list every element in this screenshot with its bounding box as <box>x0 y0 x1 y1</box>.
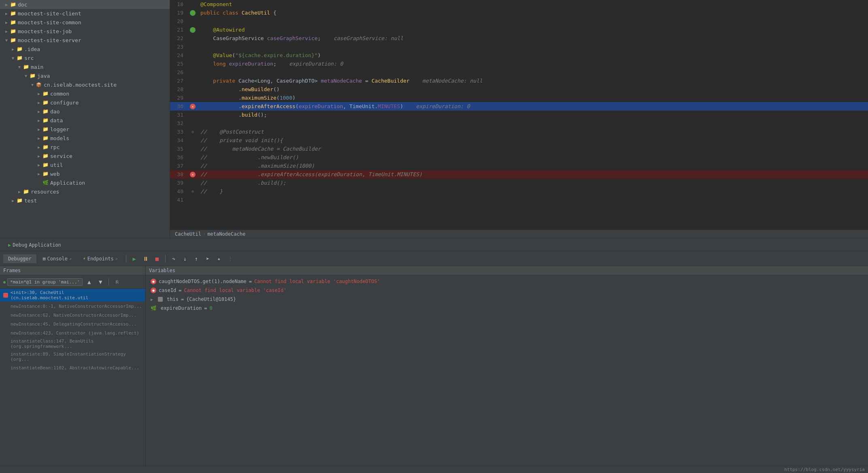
folder-icon-test <box>16 197 23 204</box>
code-editor[interactable]: 18 @Component 19 🌿 public class CacheUti… <box>170 0 868 230</box>
frame-item-newinstance2[interactable]: newInstance:62, NativeConstructorAccesso… <box>0 311 145 320</box>
sidebar-item-main[interactable]: main <box>0 62 170 71</box>
sidebar-item-idea[interactable]: 📁 .idea <box>0 45 170 53</box>
debug-panel: ▶ Debug Application Debugger ▤ Console ↗… <box>0 238 868 473</box>
copy-stack-btn[interactable]: ⎘ <box>112 277 122 287</box>
breadcrumb-field[interactable]: metaNodeCache <box>207 231 245 237</box>
sidebar-item-src[interactable]: src <box>0 53 170 62</box>
frame-label-ni1: newInstance:0:-1, NativeConstructorAcces… <box>11 304 142 309</box>
sidebar-item-util[interactable]: util <box>0 160 170 169</box>
sidebar-item-service[interactable]: service <box>0 151 170 160</box>
fold-icon-40[interactable]: ⊕ <box>191 189 194 194</box>
gutter-bean-21: 🌿 <box>190 27 196 33</box>
sidebar-label-configure: configure <box>50 100 79 106</box>
var-name-4: expireDuration <box>161 305 202 311</box>
var-expand-icon-3: ▶ <box>151 297 155 302</box>
folder-icon-rpc <box>42 144 49 150</box>
pause-btn[interactable]: ⏸ <box>141 254 151 264</box>
sidebar-item-data[interactable]: data <box>0 116 170 125</box>
sidebar-item-rpc[interactable]: rpc <box>0 143 170 151</box>
tree-arrow-common-pkg <box>36 90 42 97</box>
frame-item-instantiate[interactable]: instantiate:89, SimpleInstantiationStrat… <box>0 350 145 363</box>
thread-down-btn[interactable]: ▼ <box>96 277 105 287</box>
sidebar-item-server[interactable]: mooctest-site-server <box>0 36 170 45</box>
tree-arrow-src <box>10 55 16 61</box>
debug-toolbar: Debugger ▤ Console ↗ ⚡ Endpoints ↗ ▶ ⏸ ■… <box>0 251 868 266</box>
tree-arrow-common <box>3 19 10 26</box>
frame-item-newinstance3[interactable]: newInstance:45, DelegatingConstructorAcc… <box>0 320 145 328</box>
package-icon: 📦 <box>36 81 42 88</box>
sidebar-item-dao[interactable]: dao <box>0 107 170 116</box>
console-link-icon: ↗ <box>69 256 72 261</box>
line-num-20: 20 <box>170 18 188 24</box>
code-line-32: 32 <box>170 119 868 128</box>
var-equals-1: = <box>249 279 252 284</box>
error-icon-30: ✕ <box>190 104 196 109</box>
tab-debugger[interactable]: Debugger <box>3 254 36 263</box>
sidebar-item-package[interactable]: 📦 cn.iselab.mooctest.site <box>0 80 170 89</box>
resume-btn[interactable]: ▶ <box>130 254 139 264</box>
frame-item-newinstance1[interactable]: newInstance:0:-1, NativeConstructorAcces… <box>0 302 145 311</box>
code-line-41: 41 <box>170 196 868 204</box>
thread-up-btn[interactable]: ▲ <box>84 277 94 287</box>
sidebar-label-web: web <box>50 171 60 177</box>
sidebar-item-application[interactable]: 🌿 Application <box>0 178 170 187</box>
folder-icon-resources <box>23 188 29 195</box>
line-gutter-40: ⊕ <box>188 189 197 194</box>
var-name-1: caughtNodeDTOS.get(1).nodeName <box>159 279 247 284</box>
run-to-cursor-btn[interactable]: ➤ <box>203 254 213 264</box>
tab-console[interactable]: ▤ Console ↗ <box>38 254 77 263</box>
frame-item-instantiatebean[interactable]: instantiateBean:1102, AbstractAutowireCa… <box>0 363 145 372</box>
sidebar-item-doc[interactable]: doc <box>0 0 170 9</box>
endpoints-icon: ⚡ <box>83 256 86 261</box>
line-num-37: 37 <box>170 163 188 169</box>
sidebar-item-client[interactable]: mooctest-site-client <box>0 9 170 18</box>
tree-arrow-service <box>36 153 42 159</box>
frame-item-init[interactable]: <init>:30, CacheUtil (cn.iselab.mooctest… <box>0 289 145 302</box>
sidebar-item-configure[interactable]: configure <box>0 98 170 107</box>
sidebar-item-logger[interactable]: logger <box>0 125 170 134</box>
code-lines: 18 @Component 19 🌿 public class CacheUti… <box>170 0 868 204</box>
line-content-22: CaseGraphService caseGraphService; caseG… <box>197 35 868 41</box>
line-content-33: // @PostConstruct <box>197 129 868 135</box>
code-line-21: 21 🌿 @Autowired <box>170 26 868 34</box>
breadcrumb-class[interactable]: CacheUtil <box>175 231 201 237</box>
sidebar-item-resources[interactable]: resources <box>0 187 170 196</box>
evaluate-btn[interactable]: ✦ <box>214 254 224 264</box>
stop-btn[interactable]: ■ <box>152 254 162 264</box>
frame-item-instantiateclass[interactable]: instantiateClass:147, BeanUtils (org.spr… <box>0 337 145 350</box>
sidebar-item-common[interactable]: mooctest-site-common <box>0 18 170 27</box>
fold-icon-33[interactable]: ⊕ <box>191 130 194 134</box>
frame-icon-ni1 <box>3 304 8 309</box>
line-content-18: @Component <box>197 1 868 7</box>
line-content-40: // } <box>197 188 868 194</box>
code-line-33: 33 ⊕ // @PostConstruct <box>170 128 868 136</box>
code-line-22: 22 CaseGraphService caseGraphService; ca… <box>170 34 868 43</box>
step-into-btn[interactable]: ↓ <box>180 254 190 264</box>
frame-label-init: <init>:30, CacheUtil (cn.iselab.mooctest… <box>11 290 142 300</box>
var-item-this[interactable]: ▶ this = {CacheUtil@10145} <box>146 295 868 304</box>
var-equals-2: = <box>179 288 181 293</box>
sidebar-label-java: java <box>37 73 50 79</box>
line-num-25: 25 <box>170 61 188 67</box>
folder-icon-client <box>10 10 16 17</box>
more-btn[interactable]: ⋮ <box>226 254 235 264</box>
step-over-btn[interactable]: ↷ <box>169 254 179 264</box>
debug-run-icon: ▶ <box>8 242 11 248</box>
thread-selector[interactable]: *main*@1 in group 'mai...' <box>7 278 83 286</box>
tab-endpoints[interactable]: ⚡ Endpoints ↗ <box>78 254 123 263</box>
line-content-36: // .newBuilder() <box>197 154 868 160</box>
sidebar-item-models[interactable]: models <box>0 134 170 143</box>
sidebar-item-test[interactable]: test <box>0 196 170 205</box>
var-item-caseId: ● caseId = Cannot find local variable 'c… <box>146 286 868 295</box>
sidebar-item-job[interactable]: mooctest-site-job <box>0 27 170 36</box>
frame-item-newinstance4[interactable]: newInstance:423, Constructor (java.lang.… <box>0 328 145 337</box>
sidebar-item-common-pkg[interactable]: common <box>0 89 170 98</box>
code-line-26: 26 <box>170 68 868 77</box>
sidebar-label-doc: doc <box>18 2 27 8</box>
variables-panel: Variables ● caughtNodeDTOS.get(1).nodeNa… <box>146 266 868 466</box>
tree-arrow-dao <box>36 108 42 115</box>
step-out-btn[interactable]: ↑ <box>191 254 201 264</box>
sidebar-item-java[interactable]: java <box>0 71 170 80</box>
sidebar-item-web[interactable]: web <box>0 169 170 178</box>
